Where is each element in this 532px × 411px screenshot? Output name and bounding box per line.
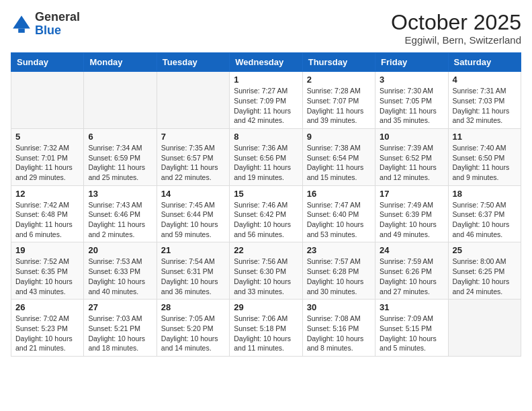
calendar-day-cell: 6Sunrise: 7:34 AM Sunset: 6:59 PM Daylig… xyxy=(84,128,157,185)
day-info: Sunrise: 7:06 AM Sunset: 5:18 PM Dayligh… xyxy=(234,314,298,353)
day-info: Sunrise: 8:00 AM Sunset: 6:25 PM Dayligh… xyxy=(453,257,517,296)
calendar-week-row: 5Sunrise: 7:32 AM Sunset: 7:01 PM Daylig… xyxy=(11,128,521,185)
svg-rect-1 xyxy=(18,28,25,32)
calendar-day-cell: 29Sunrise: 7:06 AM Sunset: 5:18 PM Dayli… xyxy=(230,300,302,357)
day-of-week-header: Thursday xyxy=(302,53,375,72)
calendar-day-cell: 14Sunrise: 7:45 AM Sunset: 6:44 PM Dayli… xyxy=(157,185,229,242)
calendar-week-row: 12Sunrise: 7:42 AM Sunset: 6:48 PM Dayli… xyxy=(11,185,521,242)
month-title: October 2025 xyxy=(391,11,521,34)
day-number: 30 xyxy=(307,302,371,312)
calendar-day-cell: 4Sunrise: 7:31 AM Sunset: 7:03 PM Daylig… xyxy=(448,72,521,129)
calendar-header-row: SundayMondayTuesdayWednesdayThursdayFrid… xyxy=(11,53,521,72)
calendar-day-cell: 13Sunrise: 7:43 AM Sunset: 6:46 PM Dayli… xyxy=(84,185,157,242)
day-number: 22 xyxy=(234,245,298,255)
day-number: 9 xyxy=(307,132,371,142)
calendar-day-cell: 30Sunrise: 7:08 AM Sunset: 5:16 PM Dayli… xyxy=(302,300,375,357)
calendar-day-cell: 17Sunrise: 7:49 AM Sunset: 6:39 PM Dayli… xyxy=(375,185,448,242)
day-info: Sunrise: 7:50 AM Sunset: 6:37 PM Dayligh… xyxy=(453,200,517,240)
day-info: Sunrise: 7:03 AM Sunset: 5:21 PM Dayligh… xyxy=(88,314,152,353)
logo: General Blue xyxy=(11,11,80,38)
day-number: 28 xyxy=(161,302,225,312)
calendar-day-cell: 31Sunrise: 7:09 AM Sunset: 5:15 PM Dayli… xyxy=(375,300,448,357)
day-info: Sunrise: 7:43 AM Sunset: 6:46 PM Dayligh… xyxy=(88,200,152,240)
day-number: 10 xyxy=(380,132,443,142)
day-number: 8 xyxy=(234,132,298,142)
day-info: Sunrise: 7:45 AM Sunset: 6:44 PM Dayligh… xyxy=(161,200,225,240)
day-info: Sunrise: 7:09 AM Sunset: 5:15 PM Dayligh… xyxy=(380,314,443,353)
calendar-day-cell: 24Sunrise: 7:59 AM Sunset: 6:26 PM Dayli… xyxy=(375,242,448,300)
day-of-week-header: Friday xyxy=(375,53,448,72)
day-of-week-header: Tuesday xyxy=(157,53,229,72)
day-info: Sunrise: 7:34 AM Sunset: 6:59 PM Dayligh… xyxy=(88,143,152,183)
day-info: Sunrise: 7:30 AM Sunset: 7:05 PM Dayligh… xyxy=(380,86,443,126)
calendar-day-cell: 1Sunrise: 7:27 AM Sunset: 7:09 PM Daylig… xyxy=(230,72,302,129)
calendar-day-cell: 16Sunrise: 7:47 AM Sunset: 6:40 PM Dayli… xyxy=(302,185,375,242)
day-info: Sunrise: 7:05 AM Sunset: 5:20 PM Dayligh… xyxy=(161,314,225,353)
calendar-day-cell: 9Sunrise: 7:38 AM Sunset: 6:54 PM Daylig… xyxy=(302,128,375,185)
calendar-day-cell: 8Sunrise: 7:36 AM Sunset: 6:56 PM Daylig… xyxy=(230,128,302,185)
day-info: Sunrise: 7:32 AM Sunset: 7:01 PM Dayligh… xyxy=(15,143,79,183)
day-number: 26 xyxy=(15,302,79,312)
day-info: Sunrise: 7:39 AM Sunset: 6:52 PM Dayligh… xyxy=(380,143,443,183)
calendar-day-cell xyxy=(448,300,521,357)
title-block: October 2025 Eggiwil, Bern, Switzerland xyxy=(391,11,521,46)
day-number: 24 xyxy=(380,245,443,255)
day-number: 3 xyxy=(380,75,443,85)
calendar-day-cell xyxy=(157,72,229,129)
calendar-day-cell: 22Sunrise: 7:56 AM Sunset: 6:30 PM Dayli… xyxy=(230,242,302,300)
day-info: Sunrise: 7:02 AM Sunset: 5:23 PM Dayligh… xyxy=(15,314,79,353)
day-number: 2 xyxy=(307,75,371,85)
day-info: Sunrise: 7:53 AM Sunset: 6:33 PM Dayligh… xyxy=(88,257,152,296)
day-info: Sunrise: 7:42 AM Sunset: 6:48 PM Dayligh… xyxy=(15,200,79,240)
day-number: 7 xyxy=(161,132,225,142)
day-number: 27 xyxy=(88,302,152,312)
day-info: Sunrise: 7:36 AM Sunset: 6:56 PM Dayligh… xyxy=(234,143,298,183)
page-header: General Blue October 2025 Eggiwil, Bern,… xyxy=(11,11,521,46)
calendar-day-cell: 5Sunrise: 7:32 AM Sunset: 7:01 PM Daylig… xyxy=(11,128,84,185)
day-info: Sunrise: 7:52 AM Sunset: 6:35 PM Dayligh… xyxy=(15,257,79,296)
day-of-week-header: Sunday xyxy=(11,53,84,72)
day-number: 13 xyxy=(88,189,152,199)
day-info: Sunrise: 7:46 AM Sunset: 6:42 PM Dayligh… xyxy=(234,200,298,240)
calendar-week-row: 26Sunrise: 7:02 AM Sunset: 5:23 PM Dayli… xyxy=(11,300,521,357)
calendar-table: SundayMondayTuesdayWednesdayThursdayFrid… xyxy=(11,52,521,357)
day-of-week-header: Monday xyxy=(84,53,157,72)
calendar-day-cell: 19Sunrise: 7:52 AM Sunset: 6:35 PM Dayli… xyxy=(11,242,84,300)
day-info: Sunrise: 7:59 AM Sunset: 6:26 PM Dayligh… xyxy=(380,257,443,296)
calendar-day-cell: 10Sunrise: 7:39 AM Sunset: 6:52 PM Dayli… xyxy=(375,128,448,185)
day-of-week-header: Wednesday xyxy=(230,53,302,72)
day-info: Sunrise: 7:47 AM Sunset: 6:40 PM Dayligh… xyxy=(307,200,371,240)
day-info: Sunrise: 7:57 AM Sunset: 6:28 PM Dayligh… xyxy=(307,257,371,296)
day-number: 19 xyxy=(15,245,79,255)
day-info: Sunrise: 7:28 AM Sunset: 7:07 PM Dayligh… xyxy=(307,86,371,126)
day-info: Sunrise: 7:08 AM Sunset: 5:16 PM Dayligh… xyxy=(307,314,371,353)
day-info: Sunrise: 7:40 AM Sunset: 6:50 PM Dayligh… xyxy=(453,143,517,183)
day-number: 17 xyxy=(380,189,443,199)
day-of-week-header: Saturday xyxy=(448,53,521,72)
calendar-day-cell: 3Sunrise: 7:30 AM Sunset: 7:05 PM Daylig… xyxy=(375,72,448,129)
day-number: 5 xyxy=(15,132,79,142)
day-info: Sunrise: 7:54 AM Sunset: 6:31 PM Dayligh… xyxy=(161,257,225,296)
calendar-day-cell: 23Sunrise: 7:57 AM Sunset: 6:28 PM Dayli… xyxy=(302,242,375,300)
day-number: 14 xyxy=(161,189,225,199)
calendar-day-cell: 2Sunrise: 7:28 AM Sunset: 7:07 PM Daylig… xyxy=(302,72,375,129)
day-info: Sunrise: 7:38 AM Sunset: 6:54 PM Dayligh… xyxy=(307,143,371,183)
day-number: 1 xyxy=(234,75,298,85)
day-number: 18 xyxy=(453,189,517,199)
day-number: 20 xyxy=(88,245,152,255)
logo-blue-text: Blue xyxy=(35,24,80,38)
day-info: Sunrise: 7:56 AM Sunset: 6:30 PM Dayligh… xyxy=(234,257,298,296)
day-number: 16 xyxy=(307,189,371,199)
day-number: 4 xyxy=(453,75,517,85)
day-number: 25 xyxy=(453,245,517,255)
day-number: 29 xyxy=(234,302,298,312)
calendar-day-cell: 26Sunrise: 7:02 AM Sunset: 5:23 PM Dayli… xyxy=(11,300,84,357)
calendar-day-cell: 12Sunrise: 7:42 AM Sunset: 6:48 PM Dayli… xyxy=(11,185,84,242)
day-number: 11 xyxy=(453,132,517,142)
calendar-day-cell xyxy=(84,72,157,129)
day-number: 31 xyxy=(380,302,443,312)
calendar-week-row: 19Sunrise: 7:52 AM Sunset: 6:35 PM Dayli… xyxy=(11,242,521,300)
calendar-day-cell: 7Sunrise: 7:35 AM Sunset: 6:57 PM Daylig… xyxy=(157,128,229,185)
day-info: Sunrise: 7:27 AM Sunset: 7:09 PM Dayligh… xyxy=(234,86,298,126)
day-number: 23 xyxy=(307,245,371,255)
